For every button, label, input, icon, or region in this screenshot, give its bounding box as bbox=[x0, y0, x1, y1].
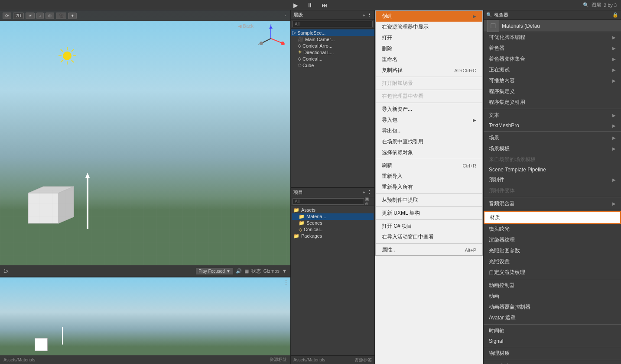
context-menu-item[interactable]: 导入新资产... bbox=[376, 104, 482, 115]
right-menu-item[interactable]: 物理材质 bbox=[484, 348, 621, 359]
right-menu-item[interactable]: 动画控制器 bbox=[484, 280, 621, 291]
right-menu-item[interactable]: 正在测试▶ bbox=[484, 64, 621, 75]
context-menu-item[interactable]: 创建▶ bbox=[376, 11, 482, 22]
project-search-input[interactable] bbox=[293, 198, 364, 205]
hierarchy-controls: + ⋮ bbox=[363, 12, 372, 18]
right-menu-item[interactable]: 镜头眩光 bbox=[484, 224, 621, 235]
pause-button[interactable]: ⏸ bbox=[304, 2, 315, 9]
context-menu-item[interactable]: 删除 bbox=[376, 43, 482, 54]
step-button[interactable]: ⏭ bbox=[319, 2, 330, 9]
context-menu-item[interactable]: 刷新Ctrl+R bbox=[376, 160, 482, 171]
right-menu-item[interactable]: 动画器覆盖控制器 bbox=[484, 302, 621, 312]
hierarchy-item[interactable]: ◇Cube bbox=[291, 62, 374, 68]
hierarchy-item[interactable]: ◇Conical Arro... bbox=[291, 42, 374, 49]
search-icon[interactable]: 🔍 bbox=[583, 2, 589, 8]
context-menu-item[interactable]: 导出包... bbox=[376, 126, 482, 136]
right-menu-separator bbox=[484, 109, 621, 109]
2d-toggle[interactable]: 2D bbox=[13, 13, 24, 19]
right-menu-item[interactable]: 自定义渲染纹理 bbox=[484, 267, 621, 278]
rotate-tool[interactable]: ⟳ bbox=[3, 13, 11, 19]
gizmos-toggle[interactable]: ✦ bbox=[68, 13, 77, 19]
right-menu-item[interactable]: 音频混合器▶ bbox=[484, 198, 621, 209]
context-menu-item[interactable]: 在资源管理器中显示 bbox=[376, 22, 482, 32]
right-menu-item[interactable]: Signal bbox=[484, 336, 621, 346]
context-menu-item[interactable]: 更新 UXML 架构 bbox=[376, 208, 482, 219]
right-menu-item[interactable]: Scene Template Pipeline bbox=[484, 165, 621, 174]
right-menu-item[interactable]: 渲染器纹理 bbox=[484, 235, 621, 245]
right-menu-item[interactable]: 预制件▶ bbox=[484, 174, 621, 185]
svg-line-16 bbox=[271, 39, 282, 43]
context-menu-item[interactable]: 重新导入所有 bbox=[376, 182, 482, 193]
project-item[interactable]: 📁Materia... bbox=[292, 213, 374, 220]
context-menu-item[interactable]: 在导入活动窗口中查看 bbox=[376, 232, 482, 242]
right-menu-item[interactable]: 程序集定义引用 bbox=[484, 97, 621, 108]
back-button[interactable]: ◀ Back bbox=[238, 23, 254, 29]
context-menu-item[interactable]: 打开 bbox=[376, 32, 482, 43]
hierarchy-item[interactable]: ☀Directional L... bbox=[291, 49, 374, 55]
right-menu-separator bbox=[484, 324, 621, 325]
right-menu-item[interactable]: TextMeshPro▶ bbox=[484, 121, 621, 130]
context-menu-item[interactable]: 选择依赖对象 bbox=[376, 147, 482, 158]
svg-text:Z: Z bbox=[258, 42, 260, 46]
game-cube bbox=[35, 338, 48, 351]
play-button[interactable]: ▶ bbox=[291, 2, 301, 9]
game-view-bar: Assets/Materials 资源标签 bbox=[0, 355, 290, 364]
skybox-toggle[interactable]: 🎥 bbox=[56, 13, 66, 19]
context-menu-item[interactable]: 重新导入 bbox=[376, 171, 482, 182]
right-menu-separator bbox=[484, 279, 621, 279]
project-more-btn[interactable]: ⋮ bbox=[367, 190, 372, 195]
right-menu-item[interactable]: 材质 bbox=[484, 211, 621, 224]
context-menu-item[interactable]: 属性..Alt+P bbox=[376, 245, 482, 255]
project-add-btn[interactable]: + bbox=[363, 190, 365, 195]
menu-separator bbox=[376, 243, 482, 244]
right-menu-item[interactable]: 时间轴 bbox=[484, 325, 621, 336]
audio-toggle[interactable]: ♪ bbox=[36, 13, 44, 19]
right-menu-item[interactable]: 场景▶ bbox=[484, 132, 621, 143]
toolbar-right: 🔍 图层 2 by 3 bbox=[583, 2, 617, 8]
context-menu-item: 打开附加场景 bbox=[376, 78, 482, 89]
grid-icon[interactable]: ▦ bbox=[244, 268, 249, 274]
play-focused-button[interactable]: Play Focused ▼ bbox=[196, 268, 233, 274]
right-menu-item[interactable]: 可优化脚本编程▶ bbox=[484, 32, 621, 43]
hierarchy-more-btn[interactable]: ⋮ bbox=[367, 12, 372, 18]
hierarchy-item[interactable]: ▷ SampleSce... bbox=[291, 29, 374, 36]
more-options[interactable]: ⋮ bbox=[283, 13, 288, 19]
context-menu-item[interactable]: 导入包▶ bbox=[376, 115, 482, 126]
context-menu-item[interactable]: 重命名 bbox=[376, 54, 482, 65]
project-item[interactable]: 📁Scenes bbox=[292, 220, 374, 226]
hierarchy-item[interactable]: 🎥Main Camer... bbox=[291, 36, 374, 42]
hierarchy-search-input[interactable] bbox=[293, 21, 373, 27]
right-menu-item[interactable]: 着色器变体集合▶ bbox=[484, 54, 621, 64]
right-menu-item[interactable]: GUI 蒙皮 bbox=[484, 361, 621, 364]
lock-icon[interactable]: 🔒 bbox=[612, 12, 618, 18]
project-search-btns: ▣ ⊕ bbox=[365, 196, 373, 206]
hierarchy-add-btn[interactable]: + bbox=[363, 12, 365, 18]
right-menu-item[interactable]: 光照设置 bbox=[484, 256, 621, 267]
fx-toggle[interactable]: ⊕ bbox=[46, 13, 54, 19]
right-menu-item[interactable]: 动画 bbox=[484, 291, 621, 302]
right-menu-item[interactable]: 可播放内容▶ bbox=[484, 75, 621, 86]
layout-dropdown[interactable]: 2 by 3 bbox=[604, 3, 617, 8]
lighting-toggle[interactable]: ☀ bbox=[26, 13, 35, 19]
project-item[interactable]: ◇Conical... bbox=[292, 226, 374, 233]
right-menu-item[interactable]: 光照贴图参数 bbox=[484, 245, 621, 256]
right-menu-separator bbox=[484, 210, 621, 210]
context-menu-item[interactable]: 打开 C# 项目 bbox=[376, 221, 482, 232]
context-menu-item[interactable]: 在场景中查找引用 bbox=[376, 136, 482, 147]
right-menu-item[interactable]: 着色器▶ bbox=[484, 43, 621, 54]
hierarchy-header: 层级 + ⋮ bbox=[291, 10, 374, 20]
gizmos-expand[interactable]: ▼ bbox=[282, 268, 287, 274]
project-item[interactable]: 📁Assets bbox=[292, 207, 374, 213]
context-menu-item[interactable]: 从预制件中提取 bbox=[376, 195, 482, 206]
right-menu-item[interactable]: 程序集定义 bbox=[484, 86, 621, 97]
left-panels: ⟳ 2D ☀ ♪ ⊕ 🎥 ✦ ⋮ bbox=[0, 10, 290, 364]
right-menu-item[interactable]: Avatar 遮罩 bbox=[484, 312, 621, 323]
menu-separator bbox=[376, 193, 482, 194]
right-menu-item[interactable]: 场景模板▶ bbox=[484, 143, 621, 154]
speaker-icon[interactable]: 🔊 bbox=[236, 268, 242, 274]
context-menu-item[interactable]: 复制路径Alt+Ctrl+C bbox=[376, 65, 482, 76]
game-view-more[interactable]: ⋮ bbox=[283, 279, 289, 286]
project-item[interactable]: 📁Packages bbox=[292, 233, 374, 239]
hierarchy-item[interactable]: ◇Conical... bbox=[291, 55, 374, 62]
right-menu-item[interactable]: 文本▶ bbox=[484, 110, 621, 121]
